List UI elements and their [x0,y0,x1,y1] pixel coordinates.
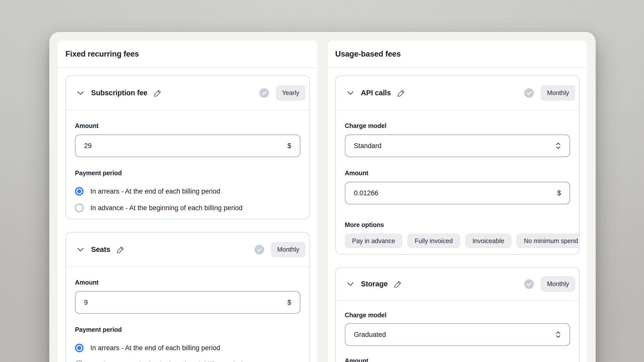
fee-title: Seats [91,245,110,254]
collapse-button[interactable] [345,279,356,290]
panel-title: Usage-based fees [335,50,401,59]
amount-input-box: $ [345,182,570,204]
fee-card-header: Seats Monthly [66,233,309,267]
fee-card-storage: Storage Monthly Charge model Graduated [335,267,580,362]
panel-title: Fixed recurring fees [65,50,139,59]
currency-suffix: $ [557,189,561,197]
check-circle-icon [255,245,264,254]
fixed-recurring-fees-panel: Fixed recurring fees Subscription fee [58,40,317,362]
currency-suffix: $ [287,142,291,150]
fee-card-header: Subscription fee Yearly [66,76,309,110]
charge-model-value: Graduated [354,331,386,339]
pricing-config-container: Fixed recurring fees Subscription fee [49,32,596,362]
radio-selected-icon[interactable] [75,187,84,196]
billing-interval-badge[interactable]: Monthly [271,242,305,257]
collapse-button[interactable] [75,244,86,255]
usage-based-fees-panel: Usage-based fees API calls Mon [328,40,587,362]
pencil-icon [116,245,125,254]
fee-card-body: Charge model Graduated Amount [336,301,579,362]
fee-card-subscription: Subscription fee Yearly Amount $ [65,75,310,219]
fee-title: Subscription fee [91,89,147,97]
status-badge [524,88,534,98]
fee-card-seats: Seats Monthly Amount $ P [65,232,310,362]
fee-title: Storage [361,280,388,288]
amount-label: Amount [345,356,570,362]
status-badge [524,279,534,289]
chip-fully-invoiced[interactable]: Fully invoiced [407,234,460,248]
more-options-chips: Pay in advance Fully invoiced Invoiceabl… [345,234,579,248]
amount-input[interactable] [354,189,557,197]
panel-body: API calls Monthly Charge model Standard [328,68,587,362]
amount-label: Amount [75,121,300,130]
billing-interval-badge[interactable]: Monthly [541,85,575,101]
billing-interval-badge[interactable]: Monthly [541,277,575,292]
up-down-chevrons-icon [554,140,562,151]
amount-input-box: $ [75,134,300,157]
edit-fee-button[interactable] [393,279,403,289]
radio-unselected-icon[interactable] [75,360,84,362]
charge-model-label: Charge model [345,121,570,130]
chevron-down-icon [346,88,355,98]
amount-label: Amount [345,169,570,177]
radio-selected-icon[interactable] [75,344,84,352]
more-options-label: More options [345,220,570,229]
chevron-down-icon [76,88,85,98]
check-circle-icon [524,279,534,289]
edit-fee-button[interactable] [396,88,406,98]
pencil-icon [153,89,162,97]
panel-header: Usage-based fees [328,40,587,68]
amount-label: Amount [75,278,300,287]
radio-option-in-advance[interactable]: In advance - At the beginning of each bi… [75,203,300,213]
radio-unselected-icon[interactable] [75,204,84,212]
charge-model-select[interactable]: Standard [345,134,570,157]
pencil-icon [394,280,402,288]
chevron-down-icon [346,280,355,289]
up-down-chevrons-icon [554,329,562,340]
amount-input[interactable] [84,142,287,150]
check-circle-icon [259,88,269,98]
fee-card-body: Charge model Standard Amount $ More opti… [336,110,579,254]
payment-period-label: Payment period [75,325,300,334]
currency-suffix: $ [287,299,291,306]
check-circle-icon [524,88,534,98]
fee-card-header: API calls Monthly [336,76,579,110]
collapse-button[interactable] [75,87,86,99]
fee-card-api-calls: API calls Monthly Charge model Standard [335,75,580,255]
fee-title: API calls [361,89,391,97]
charge-model-label: Charge model [345,311,570,319]
panel-header: Fixed recurring fees [58,40,317,68]
edit-fee-button[interactable] [153,88,163,98]
chevron-down-icon [76,245,85,254]
charge-model-value: Standard [354,142,382,150]
radio-option-in-arrears[interactable]: In arrears - At the end of each billing … [75,343,300,353]
status-badge [255,245,264,254]
fee-card-body: Amount $ Payment period In arrears - At … [66,267,309,362]
edit-fee-button[interactable] [116,245,125,254]
pencil-icon [397,89,406,97]
chip-pay-in-advance[interactable]: Pay in advance [345,234,403,248]
amount-input-box: $ [75,291,300,314]
billing-interval-badge[interactable]: Yearly [276,85,305,101]
fee-card-header: Storage Monthly [336,268,579,301]
status-badge [259,88,269,98]
amount-input[interactable] [84,299,287,306]
radio-option-in-advance[interactable]: In advance - At the beginning of each bi… [75,359,300,362]
panel-body: Subscription fee Yearly Amount $ [58,68,317,362]
payment-period-label: Payment period [75,169,300,177]
charge-model-select[interactable]: Graduated [345,323,570,346]
radio-option-in-arrears[interactable]: In arrears - At the end of each billing … [75,186,300,196]
collapse-button[interactable] [345,87,356,99]
chip-no-minimum-spend[interactable]: No minimum spend [516,234,579,248]
chip-invoiceable[interactable]: Invoiceable [465,234,511,248]
fee-card-body: Amount $ Payment period In arrears - At … [66,110,309,219]
